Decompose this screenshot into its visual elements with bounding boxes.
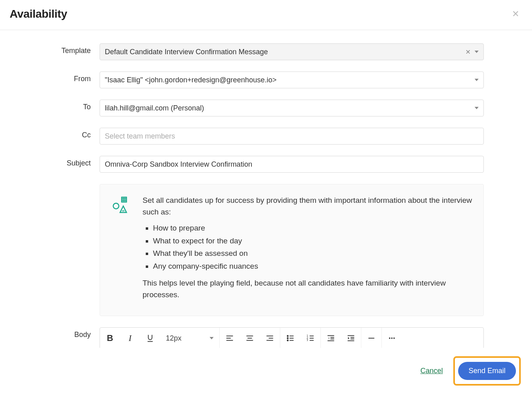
svg-marker-38 — [348, 337, 350, 339]
align-right-button[interactable] — [260, 328, 280, 348]
font-size-value: 12px — [166, 334, 181, 343]
cc-input[interactable] — [100, 128, 484, 145]
template-value: Default Candidate Interview Confirmation… — [105, 48, 462, 56]
svg-text:3: 3 — [307, 339, 308, 341]
chevron-down-icon[interactable] — [475, 79, 479, 81]
tip-outro: This helps level the playing field, beca… — [143, 278, 472, 300]
chevron-down-icon[interactable] — [475, 107, 479, 109]
tip-intro: Set all candidates up for success by pro… — [143, 195, 472, 218]
body-label: Body — [48, 327, 91, 339]
from-value: "Isaac Ellig" <john.gordon+redesign@gree… — [105, 76, 471, 84]
template-select[interactable]: Default Candidate Interview Confirmation… — [100, 43, 484, 60]
body-row: Body B I 12px — [48, 327, 484, 348]
cc-row: Cc — [48, 128, 484, 145]
close-icon[interactable]: ✕ — [509, 7, 522, 21]
svg-point-18 — [287, 338, 288, 339]
align-left-button[interactable] — [220, 328, 240, 348]
modal-title: Availability — [10, 8, 67, 20]
bullet-list-button[interactable] — [280, 328, 300, 348]
cancel-button[interactable]: Cancel — [416, 363, 447, 378]
rte-toolbar: B I 12px — [100, 327, 484, 348]
svg-point-19 — [287, 340, 288, 341]
tip-bullet: How to prepare — [153, 223, 472, 234]
tip-bullet: What to expect for the day — [153, 235, 472, 247]
tip-bullet: What they'll be assessed on — [153, 248, 472, 259]
to-value: lilah.hill@gmail.com (Personal) — [105, 104, 471, 112]
from-label: From — [48, 71, 91, 83]
tip-text: Set all candidates up for success by pro… — [143, 195, 472, 305]
tip-row: Set all candidates up for success by pro… — [48, 184, 484, 316]
numbered-list-button[interactable]: 123 — [300, 328, 320, 348]
indent-button[interactable] — [341, 328, 361, 348]
chevron-down-icon[interactable] — [475, 51, 479, 53]
to-select[interactable]: lilah.hill@gmail.com (Personal) — [100, 100, 484, 116]
modal-footer: Cancel Send Email — [0, 348, 532, 394]
tip-box: Set all candidates up for success by pro… — [100, 184, 484, 316]
from-row: From "Isaac Ellig" <john.gordon+redesign… — [48, 71, 484, 88]
from-select[interactable]: "Isaac Ellig" <john.gordon+redesign@gree… — [100, 71, 484, 88]
tip-bullets: How to prepare What to expect for the da… — [143, 223, 472, 272]
template-label: Template — [48, 43, 91, 55]
template-row: Template Default Candidate Interview Con… — [48, 43, 484, 60]
cc-label: Cc — [48, 128, 91, 139]
svg-point-42 — [393, 337, 395, 339]
bold-button[interactable]: B — [100, 328, 120, 348]
horizontal-rule-button[interactable] — [361, 328, 381, 348]
subject-label: Subject — [48, 156, 91, 167]
more-options-button[interactable] — [382, 328, 402, 348]
chevron-down-icon — [210, 337, 214, 339]
form-scroll-area[interactable]: Template Default Candidate Interview Con… — [0, 29, 532, 348]
subject-row: Subject — [48, 156, 484, 173]
align-center-button[interactable] — [240, 328, 260, 348]
send-email-button[interactable]: Send Email — [458, 362, 516, 380]
to-label: To — [48, 100, 91, 111]
outdent-button[interactable] — [321, 328, 341, 348]
svg-marker-33 — [328, 337, 330, 339]
svg-point-5 — [113, 203, 119, 209]
svg-point-41 — [391, 337, 393, 339]
clear-icon[interactable]: ✕ — [465, 48, 471, 56]
svg-point-17 — [287, 335, 288, 337]
svg-point-40 — [389, 337, 391, 339]
tip-bullet: Any company-specific nuances — [153, 261, 472, 272]
modal-header: Availability ✕ — [0, 0, 532, 30]
italic-button[interactable]: I — [120, 328, 140, 348]
send-highlight-box: Send Email — [453, 356, 521, 386]
underline-button[interactable] — [140, 328, 160, 348]
to-row: To lilah.hill@gmail.com (Personal) — [48, 100, 484, 116]
svg-rect-0 — [122, 197, 126, 202]
shapes-icon — [111, 195, 130, 305]
subject-input[interactable] — [100, 156, 484, 173]
font-size-select[interactable]: 12px — [160, 328, 219, 348]
